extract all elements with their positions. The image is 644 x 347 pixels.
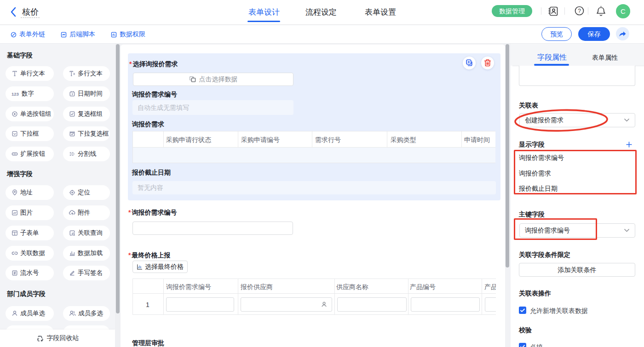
svg-text:?: ? [578,8,581,14]
svg-text:123: 123 [12,91,19,97]
